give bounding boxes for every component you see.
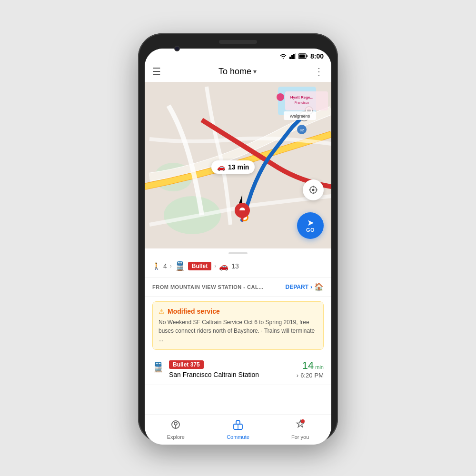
alert-box[interactable]: ⚠ Modified service No Weekend SF Caltrai… [152, 301, 324, 350]
dropdown-arrow: ▾ [253, 68, 257, 75]
alert-title: Modified service [168, 307, 220, 315]
departure-period: PM [315, 372, 324, 379]
navigation-arrow-icon: ➤ [307, 218, 314, 227]
svg-text:82: 82 [300, 128, 304, 132]
svg-rect-0 [289, 57, 291, 59]
car-route-icon: 🚗 [219, 262, 228, 271]
train-route-icon: 🚆 [175, 261, 185, 271]
phone-screen: 8:00 ☰ To home ▾ ⋮ [145, 49, 331, 445]
route-chevron-2: › [214, 263, 216, 269]
train-card[interactable]: 🚆 Bullet 375 San Francisco Caltrain Stat… [145, 355, 331, 385]
phone-camera [174, 46, 180, 51]
svg-point-29 [312, 189, 315, 191]
car-minutes: 13 [231, 262, 239, 270]
train-timing: 14 min › 6:20 PM [297, 360, 324, 379]
station-row: FROM MOUNTAIN VIEW STATION - CAL... DEPA… [145, 278, 331, 297]
status-time: 8:00 [310, 52, 324, 60]
svg-rect-2 [293, 54, 295, 59]
time-arrow: › [297, 372, 298, 379]
phone-outer: 8:00 ☰ To home ▾ ⋮ [138, 33, 338, 443]
car-icon: 🚗 [217, 163, 225, 171]
alert-text: No Weekend SF Caltrain Service Oct 6 to … [159, 318, 317, 344]
duration-badge: 🚗 13 min [211, 160, 255, 174]
for-you-label: For you [291, 434, 309, 440]
train-station-name: San Francisco Caltrain Station [169, 371, 292, 378]
app-header: ☰ To home ▾ ⋮ [145, 62, 331, 82]
bullet-badge: Bullet [188, 262, 211, 270]
explore-icon [170, 419, 181, 433]
bottom-navigation: Explore Commute [145, 415, 331, 445]
train-departure-time: › 6:20 PM [297, 372, 324, 379]
commute-icon [232, 419, 244, 433]
depart-chevron: › [310, 284, 312, 290]
drag-handle[interactable] [228, 252, 248, 254]
svg-rect-6 [299, 55, 305, 58]
bullet-badge-sm: Bullet 375 [169, 360, 204, 369]
svg-point-35 [174, 422, 177, 425]
hamburger-menu-button[interactable]: ☰ [152, 67, 161, 76]
train-card-info: Bullet 375 San Francisco Caltrain Statio… [169, 360, 292, 378]
svg-text:Hyatt Rege...: Hyatt Rege... [290, 95, 313, 99]
phone-speaker [219, 40, 257, 44]
commute-label: Commute [227, 434, 249, 440]
nav-item-commute[interactable]: Commute [207, 415, 269, 445]
train-badge-row: Bullet 375 [169, 360, 292, 369]
svg-point-39 [301, 419, 305, 423]
walk-icon: 🚶 [152, 262, 160, 270]
departure-time: 6:20 [300, 372, 312, 379]
svg-text:Walgreens: Walgreens [290, 114, 310, 119]
duration-text: 13 min [228, 163, 249, 171]
train-card-icon: 🚆 [152, 361, 164, 373]
status-bar: 8:00 [145, 49, 331, 62]
walk-minutes: 4 [163, 262, 167, 270]
warning-icon: ⚠ [159, 307, 165, 315]
nav-item-for-you[interactable]: For you [269, 415, 331, 445]
crosshair-icon [308, 185, 318, 195]
go-label: GO [306, 227, 315, 233]
route-chevron-1: › [170, 263, 172, 269]
location-button[interactable] [303, 179, 324, 200]
explore-label: Explore [167, 434, 185, 440]
train-minutes: 14 [302, 360, 314, 371]
train-min-label: min [315, 364, 324, 370]
depart-label: DEPART [286, 284, 308, 290]
station-name-label: FROM MOUNTAIN VIEW STATION - CAL... [152, 284, 264, 290]
nav-item-explore[interactable]: Explore [145, 415, 207, 445]
status-icons: 8:00 [279, 52, 324, 60]
svg-rect-5 [307, 55, 307, 57]
svg-point-23 [277, 93, 284, 101]
bottom-card: 🚶 4 › 🚆 Bullet › 🚗 13 FROM MOUNTAIN VIEW… [145, 248, 331, 415]
svg-rect-3 [295, 53, 296, 59]
battery-icon [298, 53, 308, 59]
depart-button[interactable]: DEPART › 🏠 [286, 282, 324, 291]
wifi-icon [279, 53, 287, 59]
svg-rect-1 [291, 55, 293, 59]
more-options-button[interactable]: ⋮ [314, 66, 324, 77]
home-icon: 🏠 [314, 282, 324, 291]
go-button[interactable]: ➤ GO [297, 212, 324, 239]
svg-text:Francisco: Francisco [295, 101, 309, 104]
destination-label: To home [218, 67, 251, 77]
map-area: Walgreens Hyatt Rege... Francisco 82 🚗 1… [145, 82, 331, 248]
route-summary: 🚶 4 › 🚆 Bullet › 🚗 13 [145, 259, 331, 278]
for-you-icon [295, 419, 306, 433]
alert-header: ⚠ Modified service [159, 307, 317, 315]
signal-icon [289, 53, 296, 59]
header-title[interactable]: To home ▾ [218, 67, 257, 77]
